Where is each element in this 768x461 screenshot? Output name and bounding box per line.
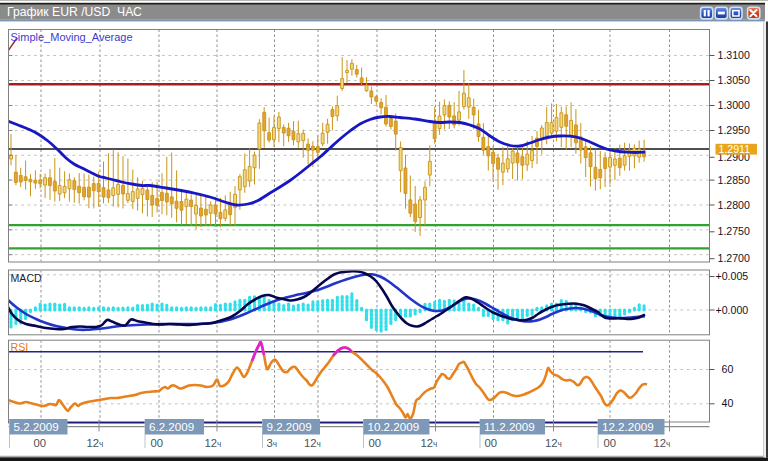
svg-text:10.2.2009: 10.2.2009 (368, 420, 420, 433)
svg-text:12: 12 (87, 437, 100, 449)
svg-text:1.2911: 1.2911 (719, 143, 751, 155)
svg-text:График EUR /USD ЧАС: График EUR /USD ЧАС (7, 5, 142, 19)
svg-text:12: 12 (545, 437, 558, 449)
svg-text:00: 00 (151, 437, 164, 449)
svg-text:+0.005: +0.005 (716, 270, 749, 282)
svg-text:ч: ч (317, 440, 321, 449)
svg-text:12.2.2009: 12.2.2009 (602, 420, 654, 433)
svg-text:MACD: MACD (11, 272, 43, 284)
svg-text:12: 12 (304, 437, 317, 449)
svg-text:ч: ч (99, 440, 103, 449)
svg-text:12: 12 (205, 437, 218, 449)
svg-text:1.3050: 1.3050 (718, 74, 751, 86)
svg-text:1.2850: 1.2850 (718, 174, 751, 186)
svg-text:ч: ч (433, 440, 437, 449)
svg-text:5.2.2009: 5.2.2009 (14, 420, 59, 433)
svg-text:6.2.2009: 6.2.2009 (149, 420, 194, 433)
svg-text:1.2750: 1.2750 (718, 225, 751, 237)
svg-text:9.2.2009: 9.2.2009 (267, 420, 312, 433)
svg-text:00: 00 (485, 437, 498, 449)
svg-text:+0.000: +0.000 (716, 304, 749, 316)
svg-text:1.2800: 1.2800 (718, 199, 751, 211)
svg-text:12: 12 (421, 437, 434, 449)
svg-text:Simple_Moving_Average: Simple_Moving_Average (11, 31, 133, 43)
svg-text:ч: ч (558, 440, 562, 449)
svg-text:ч: ч (217, 440, 221, 449)
svg-text:00: 00 (369, 437, 382, 449)
svg-text:ч: ч (273, 440, 277, 449)
svg-text:RSI: RSI (11, 341, 29, 353)
svg-text:00: 00 (604, 437, 617, 449)
svg-text:40: 40 (722, 397, 734, 409)
svg-text:1.2950: 1.2950 (718, 124, 751, 136)
svg-text:60: 60 (722, 363, 734, 375)
svg-text:1.3000: 1.3000 (718, 99, 751, 111)
svg-text:1.2700: 1.2700 (718, 252, 751, 264)
svg-text:00: 00 (34, 437, 47, 449)
svg-text:12: 12 (654, 437, 667, 449)
svg-text:ч: ч (666, 440, 670, 449)
svg-text:1.3100: 1.3100 (718, 49, 751, 61)
svg-text:11.2.2009: 11.2.2009 (484, 420, 535, 433)
